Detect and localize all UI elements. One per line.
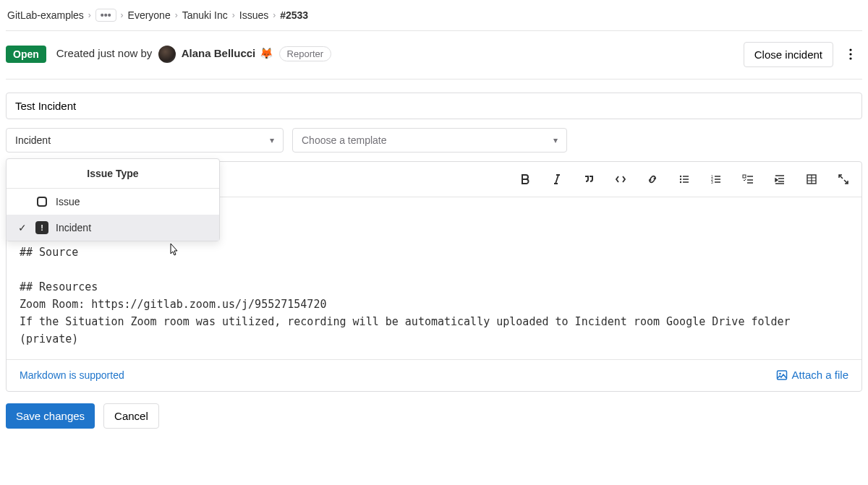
chevron-right-icon: › xyxy=(88,10,91,20)
template-select[interactable]: Choose a template ▾ xyxy=(292,128,567,153)
svg-point-5 xyxy=(680,181,681,183)
author-link[interactable]: Alana Bellucci xyxy=(182,47,256,59)
task-list-icon[interactable] xyxy=(741,173,754,186)
svg-point-0 xyxy=(849,48,851,51)
bold-icon[interactable] xyxy=(519,173,532,186)
issue-icon xyxy=(35,195,48,208)
fullscreen-icon[interactable] xyxy=(837,173,850,186)
chevron-right-icon: › xyxy=(175,10,178,20)
dropdown-item-issue[interactable]: Issue xyxy=(7,189,219,215)
select-placeholder: Choose a template xyxy=(302,134,387,146)
avatar[interactable] xyxy=(158,46,176,63)
svg-point-2 xyxy=(849,57,851,59)
chevron-right-icon: › xyxy=(273,10,276,20)
chevron-right-icon: › xyxy=(232,10,235,20)
dropdown-item-incident[interactable]: ✓ ! Incident xyxy=(7,215,219,241)
markdown-help-link[interactable]: Markdown is supported xyxy=(20,369,124,381)
title-input[interactable] xyxy=(6,93,862,119)
breadcrumb-item-current[interactable]: #2533 xyxy=(280,9,308,21)
breadcrumb-more-button[interactable]: ••• xyxy=(95,9,116,22)
gitlab-tanuki-icon: 🦊 xyxy=(260,47,271,59)
attach-file-label: Attach a file xyxy=(792,369,848,381)
indent-icon[interactable] xyxy=(773,173,786,186)
bullet-list-icon[interactable] xyxy=(678,173,691,186)
chevron-right-icon: › xyxy=(121,10,124,20)
svg-point-3 xyxy=(680,176,681,177)
table-icon[interactable] xyxy=(805,173,818,186)
status-badge: Open xyxy=(6,46,46,63)
svg-point-1 xyxy=(849,53,851,55)
incident-icon: ! xyxy=(35,221,48,234)
quote-icon[interactable] xyxy=(582,173,595,186)
attach-file-link[interactable]: Attach a file xyxy=(776,369,848,381)
svg-rect-11 xyxy=(777,371,786,379)
select-value: Incident xyxy=(15,134,51,146)
dropdown-header: Issue Type xyxy=(7,159,219,189)
role-badge: Reporter xyxy=(279,46,332,61)
breadcrumb-item[interactable]: Everyone xyxy=(128,9,171,21)
check-icon: ✓ xyxy=(17,222,28,233)
svg-text:3: 3 xyxy=(711,180,713,184)
svg-rect-9 xyxy=(743,175,746,178)
breadcrumb-item[interactable]: Tanuki Inc xyxy=(182,9,228,21)
italic-icon[interactable] xyxy=(550,173,563,186)
issue-type-dropdown: Issue Type Issue ✓ ! Incident xyxy=(6,158,220,241)
image-icon xyxy=(776,369,788,381)
created-by-text: Created just now by Alana Bellucci 🦊 Rep… xyxy=(56,46,331,63)
breadcrumb-item[interactable]: Issues xyxy=(239,9,268,21)
created-text: Created just now by xyxy=(56,47,153,59)
issue-type-select[interactable]: Incident ▾ xyxy=(6,128,284,153)
svg-point-4 xyxy=(680,179,681,180)
code-icon[interactable] xyxy=(614,173,627,186)
numbered-list-icon[interactable]: 123 xyxy=(710,173,723,186)
chevron-down-icon: ▾ xyxy=(553,135,558,145)
close-incident-button[interactable]: Close incident xyxy=(744,42,833,67)
cancel-button[interactable]: Cancel xyxy=(103,403,159,429)
dropdown-item-label: Incident xyxy=(56,222,91,233)
chevron-down-icon: ▾ xyxy=(270,135,274,145)
breadcrumb-item[interactable]: GitLab-examples xyxy=(7,9,84,21)
svg-point-12 xyxy=(779,372,781,374)
save-button[interactable]: Save changes xyxy=(6,403,95,429)
issue-header: Open Created just now by Alana Bellucci … xyxy=(6,31,862,80)
dropdown-item-label: Issue xyxy=(56,196,80,207)
breadcrumb: GitLab-examples › ••• › Everyone › Tanuk… xyxy=(6,6,862,31)
more-actions-button[interactable] xyxy=(839,41,862,67)
link-icon[interactable] xyxy=(646,173,659,186)
